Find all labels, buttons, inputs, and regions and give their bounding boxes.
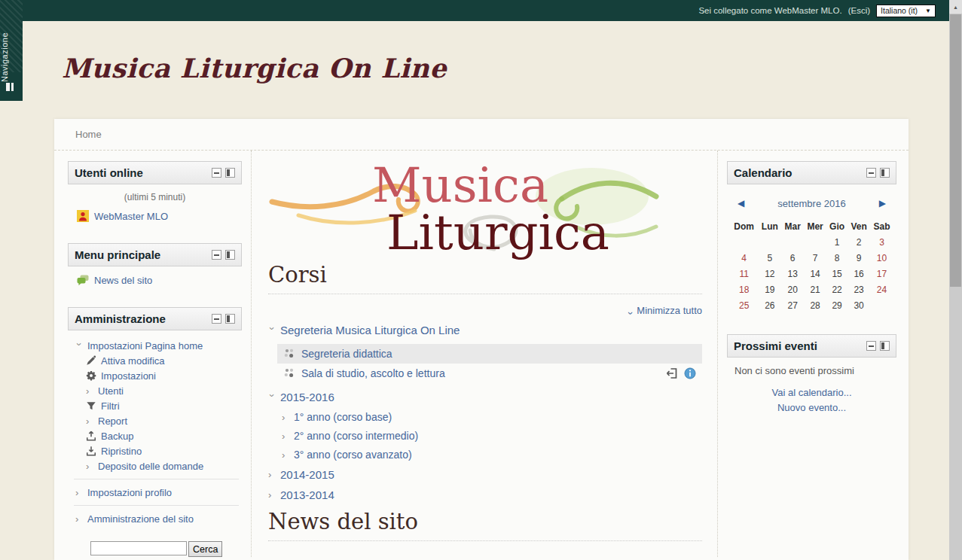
- scrollbar-up-button[interactable]: ▲: [949, 0, 962, 14]
- subcategory-link-1-anno[interactable]: 1° anno (corso base): [294, 411, 392, 423]
- calendar-day-cell: 8: [826, 250, 847, 266]
- calendar-day-cell: 21: [804, 282, 826, 297]
- dock-toggle-icon[interactable]: [6, 83, 17, 91]
- chevron-right-icon: ›: [75, 513, 83, 525]
- admin-item-filtri[interactable]: Filtri: [101, 400, 120, 412]
- category-link-2014-2015[interactable]: 2014-2015: [280, 468, 334, 481]
- filter-icon: [86, 400, 96, 411]
- admin-item-report[interactable]: Report: [98, 415, 127, 427]
- calendar-day-cell: [758, 234, 781, 250]
- pencil-icon: [86, 355, 96, 366]
- admin-item-utenti[interactable]: Utenti: [98, 385, 124, 397]
- calendar-day-cell: 3: [870, 234, 893, 250]
- chevron-right-icon[interactable]: ›: [282, 449, 289, 461]
- login-status-text: Sei collegato come WebMaster MLO.: [698, 6, 841, 15]
- logo-text-liturgica: Liturgica: [386, 205, 609, 260]
- new-event-link[interactable]: Nuovo evento...: [777, 402, 846, 413]
- dock-tab-navigazione[interactable]: Navigazione: [0, 23, 23, 92]
- admin-item-ripristino[interactable]: Ripristino: [101, 446, 142, 457]
- chevron-right-icon[interactable]: ›: [268, 489, 276, 501]
- search-button[interactable]: Cerca: [188, 541, 222, 557]
- admin-item-impostazioni-pagina-home[interactable]: Impostazioni Pagina home: [87, 340, 203, 352]
- calendar-day-cell: 4: [730, 250, 758, 266]
- go-to-calendar-link[interactable]: Vai al calendario...: [772, 387, 852, 398]
- vertical-scrollbar: ▲: [949, 0, 962, 560]
- calendar-next-icon[interactable]: ▶: [879, 198, 886, 208]
- category-link-segreteria[interactable]: Segreteria Musica Liturgica On Line: [280, 324, 460, 336]
- tree-separator: [74, 505, 239, 506]
- collapse-block-icon[interactable]: [212, 314, 221, 324]
- block-header: Menu principale: [68, 243, 242, 266]
- course-row-segreteria-didattica: Segreteria didattica: [277, 344, 702, 364]
- calendar-day-cell: 7: [804, 250, 826, 266]
- calendar-day-cell: 12: [758, 266, 781, 282]
- calendar-day-cell: 26: [758, 297, 781, 313]
- language-select[interactable]: Italiano (it) ▼: [876, 5, 936, 17]
- calendar-day-cell: 25: [730, 297, 758, 313]
- news-del-sito-link[interactable]: News del sito: [94, 275, 152, 286]
- dock-block-icon[interactable]: [225, 168, 235, 178]
- scrollbar-thumb[interactable]: [950, 14, 961, 287]
- block-title: Utenti online: [75, 166, 212, 179]
- calendar-day-header: Ven: [847, 219, 870, 234]
- collapse-block-icon[interactable]: [212, 168, 221, 178]
- logout-link[interactable]: (Esci): [848, 6, 870, 15]
- block-title: Calendario: [734, 166, 866, 179]
- top-bar: Sei collegato come WebMaster MLO. (Esci)…: [0, 0, 949, 21]
- chevron-expanded-icon[interactable]: ›: [267, 394, 278, 401]
- dock-block-icon[interactable]: [225, 250, 235, 260]
- chevron-right-icon[interactable]: ›: [268, 469, 276, 480]
- forum-icon: [77, 274, 89, 286]
- block-upcoming-events: Prossimi eventi Non ci sono eventi pross…: [727, 334, 896, 418]
- collapse-all-link[interactable]: Minimizza tutto: [637, 305, 702, 316]
- info-icon[interactable]: [684, 367, 696, 379]
- chevron-expanded-icon[interactable]: ›: [74, 342, 85, 350]
- collapse-block-icon[interactable]: [866, 168, 876, 178]
- breadcrumb-home-link[interactable]: Home: [75, 129, 102, 140]
- category-row: › Segreteria Musica Liturgica On Line: [268, 324, 702, 336]
- category-link-2013-2014[interactable]: 2013-2014: [280, 488, 334, 501]
- course-link-segreteria-didattica[interactable]: Segreteria didattica: [301, 348, 392, 360]
- admin-item-backup[interactable]: Backup: [101, 431, 133, 442]
- chevron-right-icon[interactable]: ›: [282, 431, 289, 442]
- calendar-day-cell: 5: [758, 250, 781, 266]
- admin-search-input[interactable]: [90, 541, 187, 555]
- category-row-2013-2014: › 2013-2014: [268, 488, 702, 501]
- dock-block-icon[interactable]: [225, 314, 235, 324]
- collapse-block-icon[interactable]: [212, 250, 221, 260]
- admin-item-deposito-domande[interactable]: Deposito delle domande: [98, 461, 203, 472]
- courses-heading: Corsi: [268, 262, 702, 294]
- chevron-down-icon: ▼: [925, 8, 931, 14]
- left-column: Utenti online (ultimi 5 minuti) WebMaste…: [65, 151, 252, 557]
- calendar-month-label[interactable]: settembre 2016: [777, 198, 845, 209]
- collapse-all-row: › Minimizza tutto: [268, 305, 702, 316]
- calendar-prev-icon[interactable]: ◀: [738, 198, 744, 208]
- collapse-block-icon[interactable]: [866, 341, 876, 351]
- chevron-right-icon: ›: [86, 461, 93, 472]
- subcategory-link-3-anno[interactable]: 3° anno (corso avanzato): [294, 449, 412, 461]
- calendar-day-cell: 19: [758, 282, 781, 297]
- calendar-day-cell: 1: [826, 234, 847, 250]
- subcategory-link-2-anno[interactable]: 2° anno (corso intermedio): [294, 430, 418, 442]
- admin-item-amministrazione-sito[interactable]: Amministrazione del sito: [87, 513, 194, 525]
- gear-icon: [86, 370, 96, 381]
- course-people-icon: [283, 348, 295, 360]
- course-link-sala-di-studio[interactable]: Sala di studio, ascolto e lettura: [301, 367, 445, 379]
- calendar-day-header: Sab: [870, 219, 893, 234]
- calendar-day-cell: [804, 234, 826, 250]
- online-user-link[interactable]: WebMaster MLO: [94, 211, 168, 222]
- calendar-day-cell: 29: [826, 297, 847, 313]
- category-link-2015-2016[interactable]: 2015-2016: [280, 391, 334, 403]
- admin-item-impostazioni-profilo[interactable]: Impostazioni profilo: [87, 487, 172, 498]
- category-row-2014-2015: › 2014-2015: [268, 468, 702, 481]
- admin-item-impostazioni[interactable]: Impostazioni: [101, 370, 156, 382]
- calendar-day-cell: [781, 234, 804, 250]
- chevron-expanded-icon[interactable]: ›: [267, 327, 278, 334]
- dock-block-icon[interactable]: [880, 341, 890, 351]
- chevron-right-icon[interactable]: ›: [282, 412, 289, 423]
- main-menu-item: News del sito: [71, 274, 239, 286]
- restore-download-icon: [86, 446, 96, 456]
- admin-item-attiva-modifica[interactable]: Attiva modifica: [101, 355, 165, 367]
- dock-block-icon[interactable]: [880, 168, 890, 178]
- online-users-subtitle: (ultimi 5 minuti): [71, 192, 239, 202]
